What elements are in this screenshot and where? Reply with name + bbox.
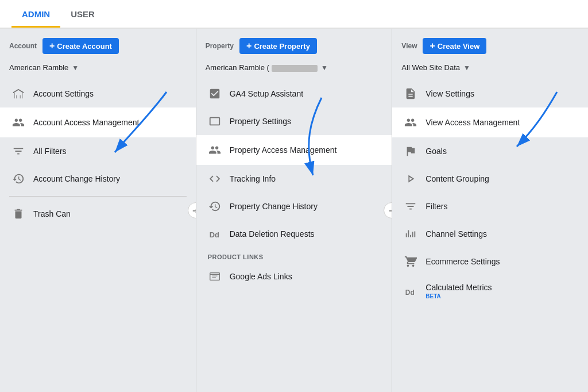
ecommerce-settings-label: Ecommerce Settings [425, 256, 500, 267]
data-delete-icon: Dd [208, 227, 222, 241]
view-dropdown-select[interactable]: All Web Site Data ▼ [401, 63, 579, 72]
view-name: All Web Site Data [401, 63, 460, 72]
goals-item[interactable]: Goals [392, 137, 588, 165]
view-settings-label: View Settings [425, 89, 474, 99]
property-history-icon [208, 199, 222, 213]
account-header: Account + Create Account [0, 38, 196, 61]
calculated-metrics-item[interactable]: Dd Calculated Metrics BETA [392, 275, 588, 307]
plus-icon: + [49, 41, 55, 51]
create-property-button[interactable]: + Create Property [239, 38, 317, 54]
view-filters-item[interactable]: Filters [392, 193, 588, 220]
account-change-history-item[interactable]: Account Change History [0, 165, 196, 193]
filter-icon [11, 144, 25, 158]
account-column: Account + Create Account American Ramble… [0, 29, 196, 392]
account-people-icon [11, 116, 25, 129]
account-divider [9, 196, 187, 197]
property-change-history-label: Property Change History [230, 201, 318, 212]
view-people-icon [404, 116, 417, 129]
create-account-button[interactable]: + Create Account [42, 38, 119, 54]
view-caret-icon: ▼ [463, 64, 470, 72]
account-dropdown[interactable]: American Ramble ▼ [0, 61, 196, 80]
history-icon [11, 172, 25, 186]
property-settings-item[interactable]: Property Settings [196, 107, 392, 135]
calculated-metrics-label: Calculated Metrics BETA [425, 282, 492, 300]
svg-text:Dd: Dd [405, 288, 415, 296]
create-property-label: Create Property [254, 42, 310, 51]
view-col-label: View [401, 42, 417, 50]
building-icon [11, 87, 25, 101]
property-col-label: Property [206, 42, 234, 50]
account-settings-item[interactable]: Account Settings [0, 80, 196, 107]
view-filter-icon [404, 199, 417, 213]
account-settings-label: Account Settings [33, 89, 94, 99]
checkbox-icon [208, 87, 222, 101]
view-column: View + Create View All Web Site Data ▼ V… [392, 29, 588, 392]
property-change-history-item[interactable]: Property Change History [196, 193, 392, 220]
data-deletion-label: Data Deletion Requests [230, 229, 315, 239]
ecommerce-settings-item[interactable]: Ecommerce Settings [392, 248, 588, 275]
ads-icon [208, 270, 222, 283]
google-ads-links-label: Google Ads Links [230, 271, 292, 282]
create-account-label: Create Account [57, 42, 112, 51]
top-nav: ADMIN USER [0, 0, 588, 29]
svg-rect-1 [210, 273, 219, 280]
main-content: Account + Create Account American Ramble… [0, 29, 588, 392]
view-access-management-item[interactable]: View Access Management [392, 107, 588, 137]
content-grouping-item[interactable]: Content Grouping [392, 165, 588, 193]
property-dropdown[interactable]: American Ramble ( ▼ [196, 61, 392, 80]
create-view-button[interactable]: + Create View [423, 38, 486, 54]
frame-icon [208, 114, 222, 128]
property-access-label: Property Access Management [230, 145, 337, 155]
property-header: Property + Create Property [196, 38, 392, 61]
property-column: Property + Create Property American Ramb… [196, 29, 393, 392]
dd-icon: Dd [404, 285, 417, 298]
trash-can-label: Trash Can [33, 209, 71, 219]
view-settings-item[interactable]: View Settings [392, 80, 588, 107]
property-settings-label: Property Settings [230, 116, 291, 126]
property-dropdown-select[interactable]: American Ramble ( ▼ [206, 63, 383, 72]
account-change-history-label: Account Change History [33, 174, 120, 184]
goals-label: Goals [425, 146, 447, 156]
tracking-info-label: Tracking Info [230, 174, 276, 184]
ga4-setup-label: GA4 Setup Assistant [230, 89, 303, 99]
property-name: American Ramble ( [206, 63, 318, 72]
flag-icon [404, 144, 417, 158]
beta-badge: BETA [425, 293, 492, 300]
view-plus-icon: + [430, 41, 435, 51]
data-deletion-item[interactable]: Dd Data Deletion Requests [196, 220, 392, 248]
view-filters-label: Filters [425, 201, 447, 212]
cart-icon [404, 255, 417, 268]
all-filters-label: All Filters [33, 146, 67, 156]
account-name: American Ramble [9, 63, 68, 72]
account-dropdown-select[interactable]: American Ramble ▼ [9, 63, 187, 72]
trash-can-item[interactable]: Trash Can [0, 200, 196, 228]
content-grouping-icon [404, 172, 417, 186]
trash-icon [11, 207, 25, 221]
property-access-management-item[interactable]: Property Access Management [196, 135, 392, 165]
property-people-icon [208, 143, 222, 157]
all-filters-item[interactable]: All Filters [0, 137, 196, 165]
tab-admin[interactable]: ADMIN [11, 1, 60, 28]
property-caret-icon: ▼ [321, 64, 328, 72]
view-header: View + Create View [392, 38, 588, 61]
ga4-setup-item[interactable]: GA4 Setup Assistant [196, 80, 392, 107]
channel-settings-item[interactable]: Channel Settings [392, 220, 588, 248]
account-access-management-item[interactable]: Account Access Management [0, 107, 196, 137]
tab-user[interactable]: USER [60, 1, 105, 28]
doc-icon [404, 87, 417, 101]
property-plus-icon: + [246, 41, 252, 51]
code-icon [208, 172, 222, 186]
account-caret-icon: ▼ [72, 64, 79, 72]
view-access-label: View Access Management [425, 117, 520, 128]
content-grouping-label: Content Grouping [425, 174, 489, 184]
account-access-label: Account Access Management [33, 117, 139, 128]
product-links-section: PRODUCT LINKS [196, 248, 392, 263]
view-dropdown[interactable]: All Web Site Data ▼ [392, 61, 588, 80]
svg-text:Dd: Dd [210, 230, 219, 239]
create-view-label: Create View [438, 42, 479, 51]
channel-settings-label: Channel Settings [425, 229, 487, 239]
account-col-label: Account [9, 42, 37, 50]
chart-icon [404, 227, 417, 241]
tracking-info-item[interactable]: Tracking Info [196, 165, 392, 193]
google-ads-links-item[interactable]: Google Ads Links [196, 263, 392, 290]
